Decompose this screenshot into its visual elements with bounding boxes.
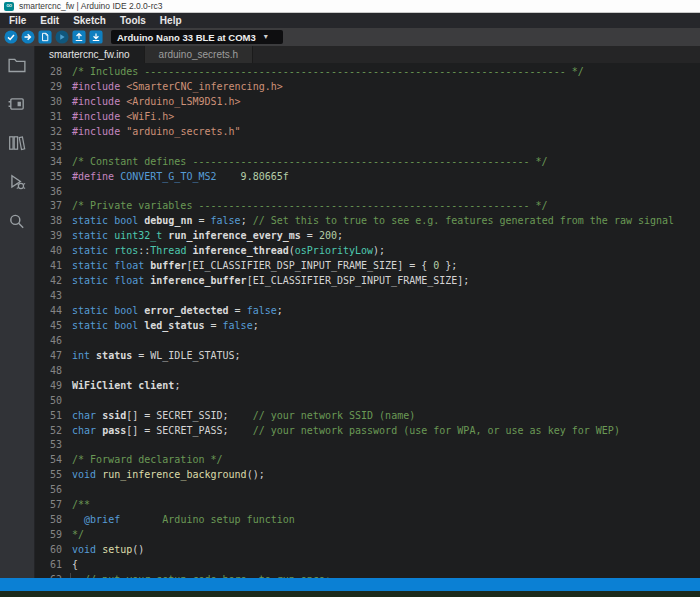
code-line[interactable]: 61{ — [35, 558, 700, 573]
code-text: char pass[] = SECRET_PASS; // your netwo… — [62, 424, 620, 439]
code-line[interactable]: 33 — [35, 140, 700, 155]
menu-item-edit[interactable]: Edit — [33, 15, 66, 26]
code-line[interactable]: 44static bool error_detected = false; — [35, 304, 700, 319]
books-icon — [8, 135, 26, 151]
menu-item-sketch[interactable]: Sketch — [66, 15, 113, 26]
code-line[interactable]: 60void setup() — [35, 543, 700, 558]
editor-code[interactable]: 28/* Includes --------------------------… — [35, 63, 700, 578]
code-text — [62, 334, 72, 349]
line-number: 53 — [35, 438, 62, 453]
new-sketch-button[interactable] — [38, 30, 52, 44]
code-line[interactable]: 49WiFiClient client; — [35, 379, 700, 394]
code-line[interactable]: 46 — [35, 334, 700, 349]
code-text: static bool debug_nn = false; // Set thi… — [62, 214, 674, 229]
sidebar-item-boards-manager[interactable] — [7, 95, 27, 113]
code-text: @brief Arduino setup function — [62, 513, 295, 528]
code-text: /* Includes ----------------------------… — [62, 65, 584, 80]
code-line[interactable]: 38static bool debug_nn = false; // Set t… — [35, 214, 700, 229]
tab-smartercnc_fw.ino[interactable]: smartercnc_fw.ino — [35, 46, 145, 63]
main-area: smartercnc_fw.inoarduino_secrets.h 28/* … — [0, 46, 700, 578]
line-number: 36 — [35, 185, 62, 200]
code-line[interactable]: 54/* Forward declaration */ — [35, 453, 700, 468]
code-line[interactable]: 57/** — [35, 498, 700, 513]
menu-item-file[interactable]: File — [2, 15, 33, 26]
line-number: 47 — [35, 349, 62, 364]
code-line[interactable]: 39static uint32_t run_inference_every_ms… — [35, 229, 700, 244]
code-line[interactable]: 43 — [35, 289, 700, 304]
code-line[interactable]: 47int status = WL_IDLE_STATUS; — [35, 349, 700, 364]
code-text: static bool error_detected = false; — [62, 304, 283, 319]
code-line[interactable]: 28/* Includes --------------------------… — [35, 65, 700, 80]
code-line[interactable]: 58 @brief Arduino setup function — [35, 513, 700, 528]
code-line[interactable]: 48 — [35, 364, 700, 379]
sidebar-item-search[interactable] — [7, 212, 27, 230]
menu-bar: FileEditSketchToolsHelp — [0, 13, 700, 28]
code-text — [62, 483, 72, 498]
code-line[interactable]: 35#define CONVERT_G_TO_MS2 9.80665f — [35, 170, 700, 185]
code-line[interactable]: 51char ssid[] = SECRET_SSID; // your net… — [35, 409, 700, 424]
code-text: /** — [62, 498, 90, 513]
sidebar-item-debug[interactable] — [7, 173, 27, 191]
code-line[interactable]: 40static rtos::Thread inference_thread(o… — [35, 244, 700, 259]
chevron-down-icon: ▾ — [264, 33, 268, 41]
tab-arduino_secrets.h[interactable]: arduino_secrets.h — [145, 46, 254, 63]
line-number: 33 — [35, 140, 62, 155]
code-line[interactable]: 34/* Constant defines ------------------… — [35, 155, 700, 170]
menu-item-help[interactable]: Help — [153, 15, 189, 26]
code-line[interactable]: 53 — [35, 438, 700, 453]
line-number: 30 — [35, 95, 62, 110]
code-line[interactable]: 59*/ — [35, 528, 700, 543]
arrow-right-circle-icon — [21, 30, 35, 44]
line-number: 54 — [35, 453, 62, 468]
upload-button[interactable] — [21, 30, 35, 44]
line-number: 28 — [35, 65, 62, 80]
check-circle-icon — [4, 30, 18, 44]
code-line[interactable]: 37/* Private variables -----------------… — [35, 199, 700, 214]
code-line[interactable]: 42static float inference_buffer[EI_CLASS… — [35, 274, 700, 289]
tab-bar: smartercnc_fw.inoarduino_secrets.h — [35, 46, 700, 63]
line-number: 29 — [35, 80, 62, 95]
line-number: 49 — [35, 379, 62, 394]
menu-item-tools[interactable]: Tools — [113, 15, 153, 26]
code-text: void setup() — [62, 543, 144, 558]
code-line[interactable]: 56 — [35, 483, 700, 498]
line-number: 37 — [35, 199, 62, 214]
folder-icon — [8, 57, 26, 73]
verify-button[interactable] — [4, 30, 18, 44]
window-title: smartercnc_fw | Arduino IDE 2.0.0-rc3 — [19, 1, 162, 11]
title-bar: ∞ smartercnc_fw | Arduino IDE 2.0.0-rc3 — [0, 0, 700, 13]
code-line[interactable]: 52char pass[] = SECRET_PASS; // your net… — [35, 424, 700, 439]
code-line[interactable]: 29#include <SmarterCNC_inferencing.h> — [35, 80, 700, 95]
sidebar-item-library-manager[interactable] — [7, 134, 27, 152]
line-number: 59 — [35, 528, 62, 543]
code-line[interactable]: 45static bool led_status = false; — [35, 319, 700, 334]
file-icon — [38, 30, 52, 44]
line-number: 55 — [35, 468, 62, 483]
line-number: 58 — [35, 513, 62, 528]
code-line[interactable]: 32#include "arduino_secrets.h" — [35, 125, 700, 140]
debug-button[interactable] — [55, 30, 69, 44]
code-text: static bool led_status = false; — [62, 319, 259, 334]
line-number: 46 — [35, 334, 62, 349]
code-text: { — [62, 558, 78, 573]
toolbar: Arduino Nano 33 BLE at COM3 ▾ — [0, 28, 700, 46]
open-button[interactable] — [72, 30, 86, 44]
search-icon — [8, 213, 26, 229]
arduino-ide-window: ∞ smartercnc_fw | Arduino IDE 2.0.0-rc3 … — [0, 0, 700, 597]
board-chip-icon — [8, 96, 26, 112]
sidebar-item-sketchbook[interactable] — [7, 56, 27, 74]
code-text: #include "arduino_secrets.h" — [62, 125, 241, 140]
code-line[interactable]: 50 — [35, 394, 700, 409]
line-number: 31 — [35, 110, 62, 125]
code-line[interactable]: 55void run_inference_background(); — [35, 468, 700, 483]
save-button[interactable] — [89, 30, 103, 44]
code-line[interactable]: 31#include <WiFi.h> — [35, 110, 700, 125]
code-text — [62, 185, 72, 200]
board-selector[interactable]: Arduino Nano 33 BLE at COM3 ▾ — [111, 30, 283, 44]
code-line[interactable]: 30#include <Arduino_LSM9DS1.h> — [35, 95, 700, 110]
line-number: 39 — [35, 229, 62, 244]
code-line[interactable]: 36 — [35, 185, 700, 200]
line-number: 50 — [35, 394, 62, 409]
debug-play-bug-icon — [8, 174, 26, 190]
code-line[interactable]: 41static float buffer[EI_CLASSIFIER_DSP_… — [35, 259, 700, 274]
